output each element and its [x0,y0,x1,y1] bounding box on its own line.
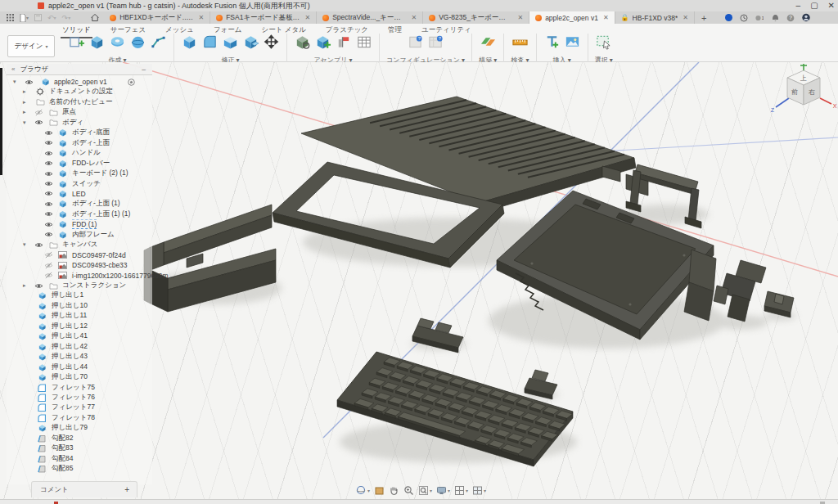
sphere-icon[interactable] [129,33,146,54]
pan-tool-icon[interactable] [389,485,399,496]
chevron-down-icon[interactable]: ▾ [23,241,26,248]
browser-item--79[interactable]: 押し出し79 [7,423,152,433]
browser-item--11[interactable]: 押し出し11 [7,311,152,321]
workspace-selector[interactable]: デザイン▾ [7,35,55,57]
tab-close-icon[interactable]: ✕ [196,14,204,21]
comment-bar[interactable]: コメント + [31,481,137,497]
browser-item--82[interactable]: 勾配82 [7,434,152,443]
extensions-icon[interactable] [724,14,732,22]
eye-icon[interactable] [44,190,53,197]
eye-icon[interactable] [44,150,53,157]
app-grid-icon[interactable] [7,14,14,21]
browser-item--1-1-[interactable]: ボディ-上面 (1) (1) [7,209,152,219]
eye-off-icon[interactable] [34,109,43,116]
eye-off-icon[interactable] [44,262,53,269]
eye-icon[interactable] [44,139,53,146]
view-cube[interactable]: 上 前 右 X Z [766,62,838,131]
help-icon[interactable]: ? [786,14,795,22]
chevron-right-icon[interactable]: ▸ [23,99,26,106]
doc-tab-0[interactable]: HBF1XDキーボード...ed) (1) v8*✕ [104,11,210,24]
doc-tab-4[interactable]: apple2c_open v1✕ [529,11,615,24]
chevron-right-icon[interactable]: ▸ [23,109,26,115]
home-icon[interactable] [91,14,99,21]
browser-item--2-1-[interactable]: キーボード (2) (1) [7,169,152,178]
browser-item--84[interactable]: 勾配84 [7,454,152,464]
eye-icon[interactable] [44,200,53,208]
zoom-tool-icon[interactable] [403,485,414,496]
browser-item--[interactable]: スイッチ [7,179,152,189]
browser-item-led[interactable]: LED [7,189,152,199]
timeline-bar[interactable] [0,499,838,504]
eye-icon[interactable] [44,170,53,178]
eye-icon[interactable] [44,129,53,137]
browser-item--43[interactable]: 押し出し43 [7,352,152,362]
link-cube-icon[interactable] [294,33,311,54]
doc-tab-2[interactable]: SpectraVide..._キーボード基板 v6✕ [317,11,423,24]
tab-close-icon[interactable]: ✕ [601,14,609,21]
eye-off-icon[interactable] [44,251,53,259]
browser-item--78[interactable]: フィレット78 [7,413,152,423]
fillet-icon[interactable] [201,33,219,54]
eye-icon[interactable] [44,180,53,187]
viewports-tool-icon[interactable]: ▾ [472,485,486,496]
browser-item-apple2c_open-v1[interactable]: ▾apple2c_open v1 [7,77,152,87]
browser-item-fdd-1-[interactable]: FDD (1) [7,219,152,229]
maximize-button[interactable]: ▢ [810,2,818,10]
eye-icon[interactable] [34,119,43,126]
select-icon[interactable] [595,33,612,54]
avatar-icon[interactable] [802,14,810,22]
new-tab-button[interactable]: + [695,11,713,24]
comment-add-button[interactable]: + [124,485,137,494]
browser-item--42[interactable]: 押し出し42 [7,342,152,352]
table-icon[interactable] [355,33,372,54]
chevron-down-icon[interactable]: ▾ [23,119,26,126]
grid-tool-icon[interactable]: ▾ [454,485,468,496]
combine-icon[interactable] [242,33,259,54]
redo-icon[interactable]: ↷▾ [62,14,71,22]
eye-icon[interactable] [25,79,34,86]
browser-item--[interactable]: ▾キャンバス [7,240,152,250]
save-icon[interactable] [34,14,42,21]
undo-icon[interactable]: ↶▾ [47,14,56,22]
fit-tool-icon[interactable]: ▾ [418,485,432,496]
doc-tab-5[interactable]: 🔒HB-F1XD v38*✕ [615,11,695,24]
browser-item--[interactable]: ハンドル [7,148,152,158]
chevron-right-icon[interactable]: ▸ [23,88,26,95]
browser-item--75[interactable]: フィレット75 [7,383,152,393]
browser-item--[interactable]: ▸コンストラクション [7,281,152,290]
new-component-icon[interactable] [314,33,331,54]
eye-icon[interactable] [44,221,53,228]
eye-icon[interactable] [34,282,43,290]
eye-off-icon[interactable] [44,272,53,279]
browser-item-dsc09493-cbe33[interactable]: DSC09493-cbe33 [7,260,152,270]
orbit-tool-icon[interactable]: ▾ [355,484,370,496]
pipe-icon[interactable] [150,33,167,54]
tab-close-icon[interactable]: ✕ [409,14,417,21]
browser-item--[interactable]: ▸原点 [7,107,152,117]
lookat-tool-icon[interactable] [374,485,385,496]
revolve-icon[interactable] [109,33,126,54]
bell-icon[interactable] [771,14,779,22]
browser-minimize-icon[interactable]: – [142,65,152,74]
browser-item--10[interactable]: 押し出し10 [7,301,152,311]
activate-radio-icon[interactable] [128,79,135,86]
chevron-right-icon[interactable]: ▸ [23,282,26,289]
minimize-button[interactable]: – [796,2,801,10]
tab-close-icon[interactable]: ✕ [303,14,310,21]
browser-item--[interactable]: ▸名前の付いたビュー [7,97,152,107]
eye-icon[interactable] [44,210,53,218]
browser-item--[interactable]: ▾ボディ [7,118,152,128]
tab-close-icon[interactable]: ✕ [516,14,523,21]
eye-icon[interactable] [44,231,53,238]
config2-icon[interactable]: ? [427,33,444,54]
browser-item--76[interactable]: フィレット76 [7,393,152,403]
browser-item-fdd-[interactable]: FDD-レバー [7,159,152,169]
joint-icon[interactable] [335,33,352,54]
browser-item--1[interactable]: 押し出し1 [7,290,152,300]
measure-icon[interactable] [511,33,529,54]
browser-item--83[interactable]: 勾配83 [7,443,152,453]
shell-icon[interactable] [222,33,239,54]
canvas-img-icon[interactable] [564,33,581,54]
notification-count-icon[interactable]: 1 [755,14,764,22]
tab-close-icon[interactable]: ✕ [681,14,688,21]
